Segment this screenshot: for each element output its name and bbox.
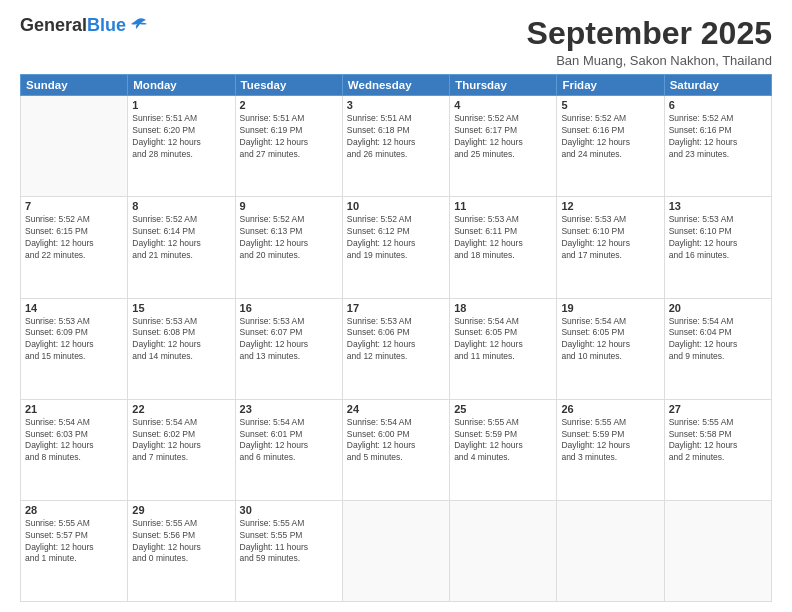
day-info: Sunrise: 5:52 AM Sunset: 6:12 PM Dayligh… bbox=[347, 214, 445, 262]
table-row bbox=[557, 500, 664, 601]
day-number: 8 bbox=[132, 200, 230, 212]
table-row bbox=[450, 500, 557, 601]
logo-text: GeneralBlue bbox=[20, 16, 126, 36]
title-block: September 2025 Ban Muang, Sakon Nakhon, … bbox=[527, 16, 772, 68]
day-info: Sunrise: 5:54 AM Sunset: 6:04 PM Dayligh… bbox=[669, 316, 767, 364]
day-number: 28 bbox=[25, 504, 123, 516]
day-number: 26 bbox=[561, 403, 659, 415]
calendar-header-row: Sunday Monday Tuesday Wednesday Thursday… bbox=[21, 75, 772, 96]
day-number: 5 bbox=[561, 99, 659, 111]
table-row: 2Sunrise: 5:51 AM Sunset: 6:19 PM Daylig… bbox=[235, 96, 342, 197]
calendar-week-row: 7Sunrise: 5:52 AM Sunset: 6:15 PM Daylig… bbox=[21, 197, 772, 298]
col-wednesday: Wednesday bbox=[342, 75, 449, 96]
location: Ban Muang, Sakon Nakhon, Thailand bbox=[527, 53, 772, 68]
col-sunday: Sunday bbox=[21, 75, 128, 96]
table-row: 4Sunrise: 5:52 AM Sunset: 6:17 PM Daylig… bbox=[450, 96, 557, 197]
day-info: Sunrise: 5:55 AM Sunset: 5:59 PM Dayligh… bbox=[561, 417, 659, 465]
calendar-week-row: 14Sunrise: 5:53 AM Sunset: 6:09 PM Dayli… bbox=[21, 298, 772, 399]
table-row: 9Sunrise: 5:52 AM Sunset: 6:13 PM Daylig… bbox=[235, 197, 342, 298]
day-info: Sunrise: 5:53 AM Sunset: 6:10 PM Dayligh… bbox=[669, 214, 767, 262]
day-number: 19 bbox=[561, 302, 659, 314]
table-row: 19Sunrise: 5:54 AM Sunset: 6:05 PM Dayli… bbox=[557, 298, 664, 399]
day-number: 22 bbox=[132, 403, 230, 415]
calendar-week-row: 21Sunrise: 5:54 AM Sunset: 6:03 PM Dayli… bbox=[21, 399, 772, 500]
header: GeneralBlue September 2025 Ban Muang, Sa… bbox=[20, 16, 772, 68]
day-number: 3 bbox=[347, 99, 445, 111]
day-info: Sunrise: 5:55 AM Sunset: 5:58 PM Dayligh… bbox=[669, 417, 767, 465]
day-info: Sunrise: 5:54 AM Sunset: 6:00 PM Dayligh… bbox=[347, 417, 445, 465]
day-number: 12 bbox=[561, 200, 659, 212]
day-number: 16 bbox=[240, 302, 338, 314]
day-number: 25 bbox=[454, 403, 552, 415]
day-info: Sunrise: 5:55 AM Sunset: 5:56 PM Dayligh… bbox=[132, 518, 230, 566]
day-info: Sunrise: 5:52 AM Sunset: 6:14 PM Dayligh… bbox=[132, 214, 230, 262]
day-info: Sunrise: 5:54 AM Sunset: 6:05 PM Dayligh… bbox=[561, 316, 659, 364]
day-info: Sunrise: 5:55 AM Sunset: 5:57 PM Dayligh… bbox=[25, 518, 123, 566]
day-number: 2 bbox=[240, 99, 338, 111]
table-row bbox=[664, 500, 771, 601]
day-number: 7 bbox=[25, 200, 123, 212]
day-number: 30 bbox=[240, 504, 338, 516]
day-info: Sunrise: 5:54 AM Sunset: 6:02 PM Dayligh… bbox=[132, 417, 230, 465]
table-row: 10Sunrise: 5:52 AM Sunset: 6:12 PM Dayli… bbox=[342, 197, 449, 298]
table-row: 6Sunrise: 5:52 AM Sunset: 6:16 PM Daylig… bbox=[664, 96, 771, 197]
day-info: Sunrise: 5:53 AM Sunset: 6:09 PM Dayligh… bbox=[25, 316, 123, 364]
day-number: 23 bbox=[240, 403, 338, 415]
table-row: 26Sunrise: 5:55 AM Sunset: 5:59 PM Dayli… bbox=[557, 399, 664, 500]
day-info: Sunrise: 5:52 AM Sunset: 6:13 PM Dayligh… bbox=[240, 214, 338, 262]
table-row: 11Sunrise: 5:53 AM Sunset: 6:11 PM Dayli… bbox=[450, 197, 557, 298]
table-row: 22Sunrise: 5:54 AM Sunset: 6:02 PM Dayli… bbox=[128, 399, 235, 500]
table-row: 17Sunrise: 5:53 AM Sunset: 6:06 PM Dayli… bbox=[342, 298, 449, 399]
day-number: 18 bbox=[454, 302, 552, 314]
table-row: 5Sunrise: 5:52 AM Sunset: 6:16 PM Daylig… bbox=[557, 96, 664, 197]
day-info: Sunrise: 5:51 AM Sunset: 6:18 PM Dayligh… bbox=[347, 113, 445, 161]
day-number: 21 bbox=[25, 403, 123, 415]
logo-blue: Blue bbox=[87, 15, 126, 35]
day-info: Sunrise: 5:51 AM Sunset: 6:19 PM Dayligh… bbox=[240, 113, 338, 161]
day-number: 15 bbox=[132, 302, 230, 314]
table-row: 27Sunrise: 5:55 AM Sunset: 5:58 PM Dayli… bbox=[664, 399, 771, 500]
table-row: 15Sunrise: 5:53 AM Sunset: 6:08 PM Dayli… bbox=[128, 298, 235, 399]
day-info: Sunrise: 5:55 AM Sunset: 5:55 PM Dayligh… bbox=[240, 518, 338, 566]
day-info: Sunrise: 5:52 AM Sunset: 6:17 PM Dayligh… bbox=[454, 113, 552, 161]
day-number: 4 bbox=[454, 99, 552, 111]
table-row: 29Sunrise: 5:55 AM Sunset: 5:56 PM Dayli… bbox=[128, 500, 235, 601]
table-row: 3Sunrise: 5:51 AM Sunset: 6:18 PM Daylig… bbox=[342, 96, 449, 197]
bird-icon bbox=[128, 17, 148, 33]
table-row: 21Sunrise: 5:54 AM Sunset: 6:03 PM Dayli… bbox=[21, 399, 128, 500]
table-row: 14Sunrise: 5:53 AM Sunset: 6:09 PM Dayli… bbox=[21, 298, 128, 399]
table-row: 16Sunrise: 5:53 AM Sunset: 6:07 PM Dayli… bbox=[235, 298, 342, 399]
table-row: 8Sunrise: 5:52 AM Sunset: 6:14 PM Daylig… bbox=[128, 197, 235, 298]
day-number: 10 bbox=[347, 200, 445, 212]
day-info: Sunrise: 5:52 AM Sunset: 6:16 PM Dayligh… bbox=[561, 113, 659, 161]
day-number: 20 bbox=[669, 302, 767, 314]
table-row: 28Sunrise: 5:55 AM Sunset: 5:57 PM Dayli… bbox=[21, 500, 128, 601]
col-monday: Monday bbox=[128, 75, 235, 96]
table-row: 24Sunrise: 5:54 AM Sunset: 6:00 PM Dayli… bbox=[342, 399, 449, 500]
table-row: 18Sunrise: 5:54 AM Sunset: 6:05 PM Dayli… bbox=[450, 298, 557, 399]
day-info: Sunrise: 5:52 AM Sunset: 6:15 PM Dayligh… bbox=[25, 214, 123, 262]
day-info: Sunrise: 5:53 AM Sunset: 6:08 PM Dayligh… bbox=[132, 316, 230, 364]
page: GeneralBlue September 2025 Ban Muang, Sa… bbox=[0, 0, 792, 612]
col-tuesday: Tuesday bbox=[235, 75, 342, 96]
day-info: Sunrise: 5:51 AM Sunset: 6:20 PM Dayligh… bbox=[132, 113, 230, 161]
day-info: Sunrise: 5:53 AM Sunset: 6:07 PM Dayligh… bbox=[240, 316, 338, 364]
day-info: Sunrise: 5:53 AM Sunset: 6:10 PM Dayligh… bbox=[561, 214, 659, 262]
day-number: 1 bbox=[132, 99, 230, 111]
day-info: Sunrise: 5:55 AM Sunset: 5:59 PM Dayligh… bbox=[454, 417, 552, 465]
calendar-table: Sunday Monday Tuesday Wednesday Thursday… bbox=[20, 74, 772, 602]
col-friday: Friday bbox=[557, 75, 664, 96]
day-info: Sunrise: 5:53 AM Sunset: 6:11 PM Dayligh… bbox=[454, 214, 552, 262]
table-row: 25Sunrise: 5:55 AM Sunset: 5:59 PM Dayli… bbox=[450, 399, 557, 500]
table-row: 12Sunrise: 5:53 AM Sunset: 6:10 PM Dayli… bbox=[557, 197, 664, 298]
day-number: 27 bbox=[669, 403, 767, 415]
day-number: 11 bbox=[454, 200, 552, 212]
day-number: 9 bbox=[240, 200, 338, 212]
day-info: Sunrise: 5:54 AM Sunset: 6:03 PM Dayligh… bbox=[25, 417, 123, 465]
day-number: 6 bbox=[669, 99, 767, 111]
logo-general: General bbox=[20, 15, 87, 35]
month-title: September 2025 bbox=[527, 16, 772, 51]
calendar-week-row: 28Sunrise: 5:55 AM Sunset: 5:57 PM Dayli… bbox=[21, 500, 772, 601]
day-info: Sunrise: 5:52 AM Sunset: 6:16 PM Dayligh… bbox=[669, 113, 767, 161]
day-number: 29 bbox=[132, 504, 230, 516]
